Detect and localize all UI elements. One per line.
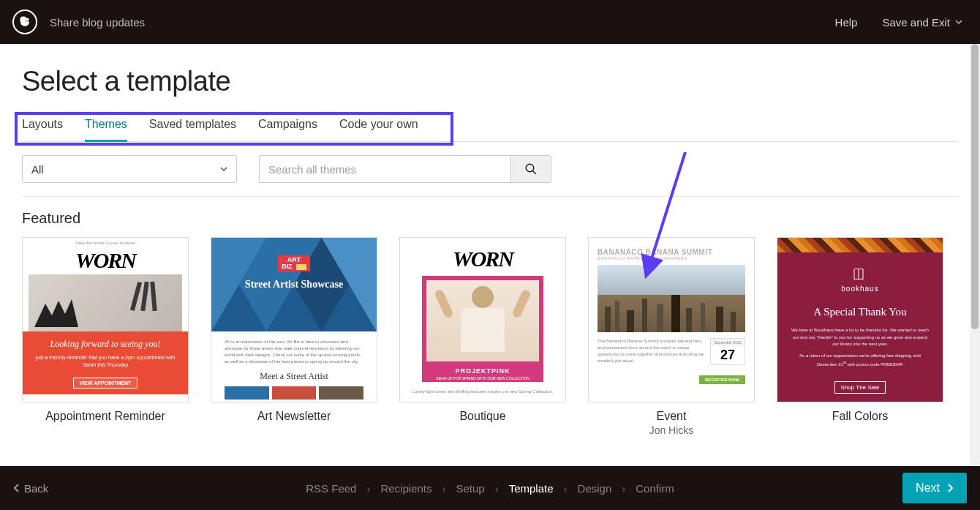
- template-author: Jon Hicks: [588, 424, 755, 436]
- step-recipients[interactable]: Recipients: [380, 482, 431, 495]
- next-button[interactable]: Next: [902, 473, 967, 503]
- template-thumbnail: ART BIZ Street Artist Showcase Art is an…: [211, 237, 377, 402]
- chevron-right-icon: ›: [564, 482, 568, 495]
- tab-saved-templates[interactable]: Saved templates: [149, 118, 236, 141]
- tab-themes[interactable]: Themes: [85, 118, 127, 142]
- template-grid: View this email in your browser WORN Loo…: [22, 237, 958, 436]
- template-card[interactable]: WORN PROJEKTPINK GEAR UP FOR SPRING WITH…: [399, 237, 566, 436]
- template-title: Boutique: [399, 410, 566, 423]
- mailchimp-icon: [18, 15, 32, 29]
- template-title: Event: [588, 410, 755, 423]
- thumb-cta: REGISTER NOW: [699, 375, 745, 384]
- thumb-headline: A Special Thank You: [789, 306, 931, 318]
- thumb-date-day: 27: [711, 346, 745, 364]
- template-title: Art Newsletter: [211, 410, 377, 423]
- chevron-right-icon: [947, 484, 954, 492]
- thumb-title: BANANACO BANANA SUMMIT: [598, 248, 745, 256]
- help-link[interactable]: Help: [835, 16, 858, 29]
- search-button[interactable]: [510, 155, 551, 183]
- template-card[interactable]: ART BIZ Street Artist Showcase Art is an…: [211, 237, 377, 436]
- step-rss-feed[interactable]: RSS Feed: [306, 482, 356, 495]
- template-card[interactable]: View this email in your browser WORN Loo…: [22, 237, 189, 436]
- step-confirm[interactable]: Confirm: [636, 482, 674, 495]
- template-card[interactable]: BANANACO BANANA SUMMIT BANANACO WORLD HE…: [588, 237, 755, 436]
- chevron-left-icon: [13, 484, 20, 492]
- thumb-cta: Shop The Sale: [834, 381, 886, 394]
- svg-point-0: [26, 20, 27, 22]
- template-thumbnail: View this email in your browser WORN Loo…: [22, 237, 189, 402]
- thumb-headline: Street Artist Showcase: [211, 279, 377, 290]
- page-title: Select a template: [22, 66, 958, 97]
- chevron-right-icon: ›: [622, 482, 625, 495]
- thumb-cta-line: GEAR UP FOR SPRING WITH OUR NEW COLLECTI…: [422, 376, 543, 380]
- thumb-brand: WORN: [400, 247, 565, 271]
- step-design[interactable]: Design: [578, 482, 612, 495]
- step-setup[interactable]: Setup: [456, 482, 484, 495]
- footer-bar: Back RSS Feed › Recipients › Setup › Tem…: [0, 466, 980, 510]
- template-card[interactable]: bookhaus A Special Thank You We here at …: [777, 237, 943, 436]
- campaign-name[interactable]: Share blog updates: [50, 16, 145, 29]
- search-icon: [524, 162, 538, 176]
- tab-bar: Layouts Themes Saved templates Campaigns…: [22, 118, 958, 142]
- chevron-down-icon: [955, 18, 962, 26]
- scrollbar[interactable]: [970, 44, 980, 466]
- template-thumbnail: WORN PROJEKTPINK GEAR UP FOR SPRING WITH…: [399, 237, 566, 402]
- thumb-cta: VIEW APPOINTMENT: [73, 378, 138, 389]
- svg-point-2: [526, 164, 534, 172]
- template-thumbnail: bookhaus A Special Thank You We here at …: [777, 237, 943, 402]
- template-title: Appointment Reminder: [22, 410, 189, 423]
- chevron-down-icon: [220, 165, 227, 173]
- template-title: Fall Colors: [777, 410, 943, 423]
- scrollbar-thumb[interactable]: [971, 44, 979, 329]
- thumb-badge: BIZ: [282, 263, 293, 270]
- tab-layouts[interactable]: Layouts: [22, 118, 63, 141]
- svg-point-1: [27, 20, 29, 22]
- step-template[interactable]: Template: [509, 482, 554, 495]
- back-label: Back: [24, 482, 48, 495]
- top-bar: Share blog updates Help Save and Exit: [0, 0, 980, 44]
- thumb-tiny-text: View this email in your browser: [23, 241, 188, 245]
- svg-line-3: [532, 170, 536, 174]
- save-and-exit-label: Save and Exit: [882, 16, 950, 29]
- thumb-sub: BANANACO WORLD HEADQUARTERS: [598, 256, 745, 260]
- tab-campaigns[interactable]: Campaigns: [258, 118, 317, 141]
- logo[interactable]: [0, 10, 50, 34]
- thumb-tag: PROJEKTPINK: [422, 367, 543, 375]
- book-icon: [851, 266, 869, 283]
- thumb-body: just a friendly reminder that you have a…: [31, 354, 179, 369]
- wizard-steps: RSS Feed › Recipients › Setup › Template…: [306, 482, 674, 495]
- chevron-right-icon: ›: [442, 482, 445, 495]
- save-and-exit[interactable]: Save and Exit: [882, 16, 962, 29]
- main-content: Select a template Layouts Themes Saved t…: [0, 44, 980, 466]
- thumb-headline: Looking forward to seeing you!: [31, 339, 179, 350]
- thumb-brand: WORN: [23, 248, 188, 273]
- chevron-right-icon: ›: [495, 482, 499, 495]
- search-input[interactable]: [259, 155, 510, 183]
- template-thumbnail: BANANACO BANANA SUMMIT BANANACO WORLD HE…: [588, 237, 755, 402]
- thumb-date-month: September 2015: [711, 339, 745, 346]
- back-button[interactable]: Back: [13, 482, 48, 495]
- section-title-featured: Featured: [22, 210, 958, 227]
- thumb-sub: Meet a Street Artist: [211, 371, 377, 382]
- tab-code-your-own[interactable]: Code your own: [339, 118, 418, 141]
- chevron-right-icon: ›: [366, 482, 370, 495]
- dropdown-value: All: [31, 163, 44, 176]
- next-label: Next: [916, 481, 940, 495]
- category-dropdown[interactable]: All: [22, 155, 237, 183]
- thumb-brand: bookhaus: [789, 285, 931, 293]
